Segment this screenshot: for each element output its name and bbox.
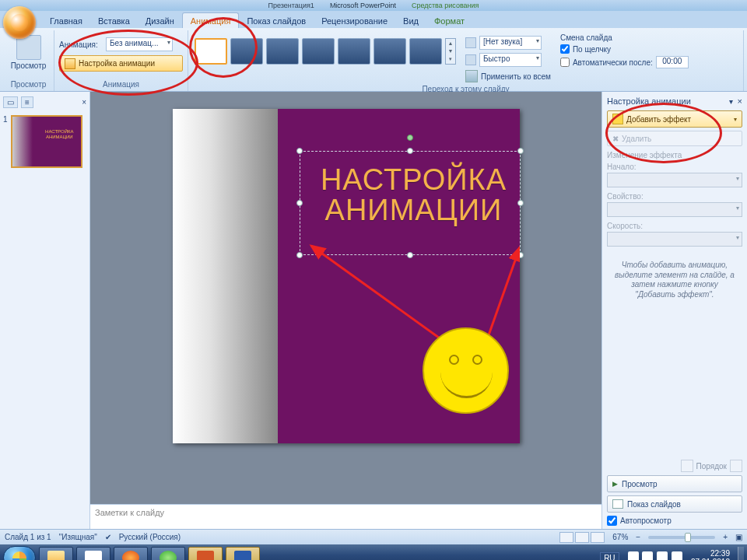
system-tray: RU 22:39 27.01.2012 <box>600 547 744 560</box>
taskbar-totalcmd[interactable] <box>76 547 110 560</box>
tab-insert[interactable]: Вставка <box>90 13 138 28</box>
remove-effect-button: ✖ Удалить <box>607 131 742 146</box>
show-desktop[interactable] <box>738 547 744 560</box>
animation-pane: Настройка анимации ▾ × Добавить эффект ✖… <box>601 92 747 529</box>
group-label-preview: Просмотр <box>8 79 49 91</box>
auto-time[interactable]: 00:00 <box>656 56 689 68</box>
ribbon: Просмотр Просмотр Анимация: Без анимац..… <box>0 28 747 92</box>
transition-gallery[interactable]: ▲▼▾ <box>193 32 458 66</box>
canvas-area: НАСТРОЙКААНИМАЦИИ Заметки к слайду <box>90 92 601 529</box>
status-bar: Слайд 1 из 1 "Изящная" ✔ Русский (Россия… <box>0 529 747 544</box>
spellcheck-icon[interactable]: ✔ <box>105 533 111 541</box>
transition-none[interactable] <box>195 38 227 65</box>
status-theme: "Изящная" <box>59 533 97 541</box>
advance-title: Смена слайда <box>560 33 689 42</box>
svg-line-0 <box>311 246 447 344</box>
star-icon <box>612 114 623 124</box>
svg-line-1 <box>486 247 520 344</box>
start-combo <box>607 173 742 187</box>
taskbar-mail[interactable] <box>151 547 185 560</box>
speed-combo <box>607 232 742 247</box>
gallery-more[interactable]: ▲▼▾ <box>445 38 456 65</box>
start-button[interactable] <box>3 546 36 560</box>
sound-combo[interactable]: [Нет звука] <box>479 36 542 50</box>
add-effect-button[interactable]: Добавить эффект <box>607 110 742 128</box>
transition-thumb[interactable] <box>302 38 335 65</box>
tab-animation[interactable]: Анимация <box>182 12 240 28</box>
slides-panel: ▭ ≡ × 1 НАСТРОЙКА АНИМАЦИИ <box>0 92 90 529</box>
custom-animation-button[interactable]: Настройка анимации <box>59 55 183 72</box>
zoom-slider[interactable] <box>648 536 715 539</box>
transition-thumb[interactable] <box>266 38 299 65</box>
animation-label: Анимация: <box>59 40 103 49</box>
smiley-shape[interactable] <box>423 327 509 414</box>
volume-icon <box>465 37 476 48</box>
zoom-value: 67% <box>612 533 628 541</box>
speed-combo[interactable]: Быстро <box>479 53 542 67</box>
slide-thumbnail-1[interactable]: НАСТРОЙКА АНИМАЦИИ <box>11 115 82 168</box>
tray-icon[interactable] <box>628 551 639 560</box>
slideshow-icon <box>612 499 623 509</box>
zoom-out[interactable]: − <box>636 533 640 541</box>
slideshow-button[interactable]: Показ слайдов <box>607 495 742 513</box>
taskbar-word[interactable] <box>226 547 260 560</box>
change-section-label: Изменение эффекта <box>607 151 742 159</box>
clock[interactable]: 22:39 27.01.2012 <box>691 549 730 560</box>
taskbar-firefox[interactable] <box>114 547 148 560</box>
tab-home[interactable]: Главная <box>42 13 90 28</box>
tab-design[interactable]: Дизайн <box>138 13 182 28</box>
autopreview-checkbox[interactable]: Автопросмотр <box>607 516 742 526</box>
animation-combo[interactable]: Без анимац... <box>106 37 173 51</box>
tab-view[interactable]: Вид <box>395 13 426 28</box>
workspace: ▭ ≡ × 1 НАСТРОЙКА АНИМАЦИИ <box>0 92 747 529</box>
transition-thumb[interactable] <box>338 38 370 65</box>
slide-title-text: НАСТРОЙКААНИМАЦИИ <box>313 165 515 226</box>
fit-to-window[interactable]: ▣ <box>735 533 742 541</box>
taskbar-explorer[interactable] <box>39 547 73 560</box>
slides-tab-outline[interactable]: ≡ <box>21 96 33 108</box>
transition-thumb[interactable] <box>230 38 263 65</box>
pane-close[interactable]: × <box>738 96 742 106</box>
app-name: Microsoft PowerPoint <box>330 2 396 9</box>
tab-format[interactable]: Формат <box>426 13 472 28</box>
taskbar: RU 22:39 27.01.2012 <box>0 544 747 560</box>
title-bar: Презентация1 Microsoft PowerPoint Средст… <box>0 0 747 11</box>
preview-button[interactable]: Просмотр <box>8 32 49 79</box>
transition-thumb[interactable] <box>374 38 406 65</box>
delete-icon: ✖ <box>612 135 619 143</box>
start-label: Начало: <box>607 163 742 171</box>
speed-label: Скорость: <box>607 222 742 230</box>
tray-icons[interactable] <box>627 551 683 560</box>
zoom-in[interactable]: + <box>723 533 728 541</box>
doc-title: Презентация1 <box>268 2 314 9</box>
status-slide: Слайд 1 из 1 <box>5 533 51 541</box>
transition-thumb[interactable] <box>409 38 442 65</box>
slide-background-gradient <box>173 109 278 443</box>
tray-icon[interactable] <box>657 551 668 560</box>
taskbar-powerpoint[interactable] <box>188 547 223 560</box>
reorder-controls: Порядок <box>607 460 742 472</box>
slide-canvas[interactable]: НАСТРОЙКААНИМАЦИИ <box>173 109 520 443</box>
context-group-title: Средства рисования <box>412 2 479 9</box>
status-language[interactable]: Русский (Россия) <box>119 533 181 541</box>
slides-tab-thumbnails[interactable]: ▭ <box>3 96 18 108</box>
view-buttons[interactable] <box>559 532 605 543</box>
language-indicator[interactable]: RU <box>600 552 619 561</box>
pane-menu[interactable]: ▾ <box>729 97 733 106</box>
tab-review[interactable]: Рецензирование <box>314 13 395 28</box>
notes-pane[interactable]: Заметки к слайду <box>90 504 601 529</box>
on-click-checkbox[interactable]: По щелчку <box>560 44 689 54</box>
move-down <box>730 460 742 472</box>
auto-after-checkbox[interactable]: Автоматически после: 00:00 <box>560 56 689 68</box>
ribbon-tabs: Главная Вставка Дизайн Анимация Показ сл… <box>0 11 747 28</box>
tab-slideshow[interactable]: Показ слайдов <box>239 13 314 28</box>
tray-icon[interactable] <box>642 551 653 560</box>
close-panel[interactable]: × <box>82 98 86 107</box>
group-label-animation: Анимация <box>59 79 183 91</box>
move-up <box>681 460 693 472</box>
star-icon <box>65 58 75 69</box>
apply-to-all[interactable]: Применить ко всем <box>465 69 551 83</box>
tray-icon[interactable] <box>672 551 682 560</box>
office-button[interactable] <box>3 6 36 39</box>
play-button[interactable]: Просмотр <box>607 475 742 492</box>
